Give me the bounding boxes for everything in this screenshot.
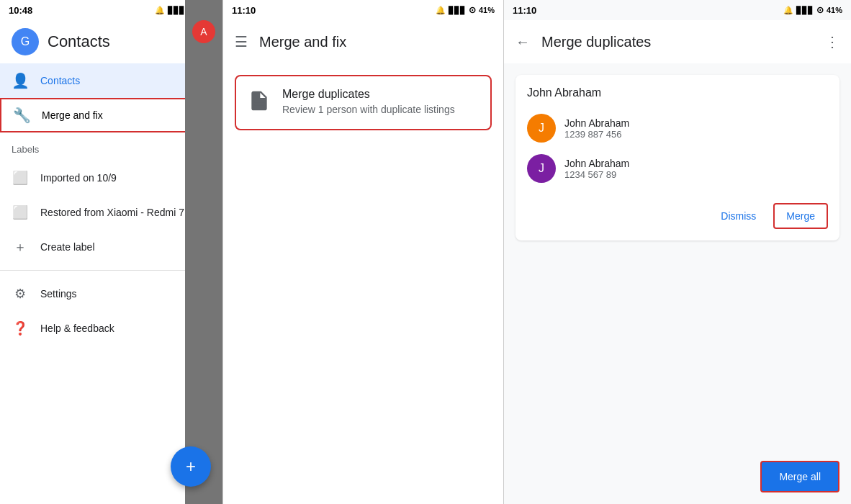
contact-phone-1: 1239 887 456 — [564, 129, 629, 140]
label-icon-1: ⬜ — [12, 170, 29, 186]
phone2-title: Merge and fix — [259, 34, 492, 50]
create-label-text: Create label — [40, 241, 95, 253]
fab-plus-icon: + — [186, 456, 196, 477]
overlay-avatar[interactable]: A — [192, 20, 215, 43]
merge-card-icon — [248, 89, 271, 117]
help-icon: ❓ — [12, 320, 29, 336]
contact-avatar-2: J — [527, 154, 556, 183]
contact-avatar-1: J — [527, 114, 556, 143]
hamburger-icon[interactable]: ☰ — [235, 33, 248, 50]
help-label: Help & feedback — [40, 323, 114, 334]
duplicate-person-name: John Abraham — [527, 86, 828, 99]
merge-card-content: Merge duplicates Review 1 person with du… — [282, 88, 455, 115]
phone1-contacts: 10:48 🔔 ▊▊▊ ⊙ 42% G Contacts 👤 Contacts … — [0, 0, 223, 504]
contact-info-1: John Abraham 1239 887 456 — [564, 117, 629, 140]
more-options-icon[interactable]: ⋮ — [825, 33, 839, 50]
label-text-1: Imported on 10/9 — [40, 172, 117, 184]
merge-button[interactable]: Merge — [773, 203, 828, 229]
phone2-merge-fix: 11:10 🔔 ▊▊▊ ⊙ 41% ☰ Merge and fix Merge … — [223, 0, 504, 504]
status-icons-2: 🔔 ▊▊▊ ⊙ 41% — [436, 5, 495, 15]
contact-row-1: J John Abraham 1239 887 456 — [527, 108, 828, 148]
contacts-icon: 👤 — [12, 72, 29, 89]
duplicate-card: John Abraham J John Abraham 1239 887 456… — [515, 75, 839, 240]
settings-label: Settings — [40, 288, 77, 300]
avatar-letter-1: J — [539, 122, 544, 135]
contact-name-1: John Abraham — [564, 117, 629, 129]
wifi-icon-3: ⊙ — [816, 5, 824, 15]
status-icons-3: 🔔 ▊▊▊ ⊙ 41% — [783, 5, 842, 15]
avatar-letter-2: J — [539, 162, 544, 175]
merge-fix-icon: 🔧 — [13, 107, 30, 124]
create-label-icon: ＋ — [12, 238, 29, 256]
notification-icon-2: 🔔 — [436, 6, 446, 15]
side-overlay: A — [185, 0, 222, 504]
signal-icon-3: ▊▊▊ — [796, 6, 814, 14]
time-1: 10:48 — [9, 5, 32, 16]
phone2-header: ☰ Merge and fix — [223, 20, 503, 63]
phone3-content: John Abraham J John Abraham 1239 887 456… — [504, 63, 851, 449]
merge-card-title: Merge duplicates — [282, 88, 455, 101]
phone3-merge-duplicates: 11:10 🔔 ▊▊▊ ⊙ 41% ← Merge duplicates ⋮ J… — [504, 0, 851, 504]
merge-card-subtitle: Review 1 person with duplicate listings — [282, 104, 455, 115]
svg-rect-1 — [254, 104, 264, 106]
sidebar-item-merge-fix[interactable]: 🔧 Merge and fix — [0, 98, 217, 132]
svg-rect-0 — [254, 101, 264, 103]
card-actions: Dismiss Merge — [527, 197, 828, 229]
avatar-letter: G — [21, 35, 30, 48]
fab-add-contact[interactable]: + — [171, 446, 211, 487]
merge-all-button[interactable]: Merge all — [760, 461, 839, 492]
contact-phone-2: 1234 567 89 — [564, 169, 629, 180]
settings-icon: ⚙ — [12, 286, 29, 302]
merge-fix-label: Merge and fix — [42, 109, 204, 121]
sidebar-item-contacts[interactable]: 👤 Contacts 133 — [0, 63, 217, 98]
signal-icon-2: ▊▊▊ — [449, 6, 466, 14]
wifi-icon-2: ⊙ — [469, 5, 476, 15]
time-3: 11:10 — [513, 5, 536, 16]
contact-info-2: John Abraham 1234 567 89 — [564, 158, 629, 180]
battery-icon-2: 41% — [479, 6, 495, 14]
merge-duplicates-card[interactable]: Merge duplicates Review 1 person with du… — [235, 75, 492, 130]
contact-row-2: J John Abraham 1234 567 89 — [527, 148, 828, 189]
label-icon-2: ⬜ — [12, 204, 29, 220]
app-title: Contacts — [48, 32, 110, 51]
notification-icon: 🔔 — [155, 6, 165, 15]
notification-icon-3: 🔔 — [783, 6, 793, 15]
contact-name-2: John Abraham — [564, 158, 629, 169]
time-2: 11:10 — [232, 5, 256, 16]
phone3-header: ← Merge duplicates ⋮ — [504, 20, 851, 63]
status-bar-3: 11:10 🔔 ▊▊▊ ⊙ 41% — [504, 0, 851, 20]
back-icon[interactable]: ← — [515, 34, 530, 50]
label-text-2: Restored from Xiaomi - Redmi 7 — [40, 207, 184, 218]
user-avatar[interactable]: G — [12, 28, 39, 55]
dismiss-button[interactable]: Dismiss — [709, 203, 767, 229]
phone3-title: Merge duplicates — [541, 34, 814, 50]
status-bar-2: 11:10 🔔 ▊▊▊ ⊙ 41% — [223, 0, 503, 20]
battery-icon-3: 41% — [827, 6, 842, 14]
signal-icon: ▊▊▊ — [168, 6, 185, 14]
phone3-footer: Merge all — [504, 449, 851, 504]
contacts-label: Contacts — [40, 75, 177, 86]
